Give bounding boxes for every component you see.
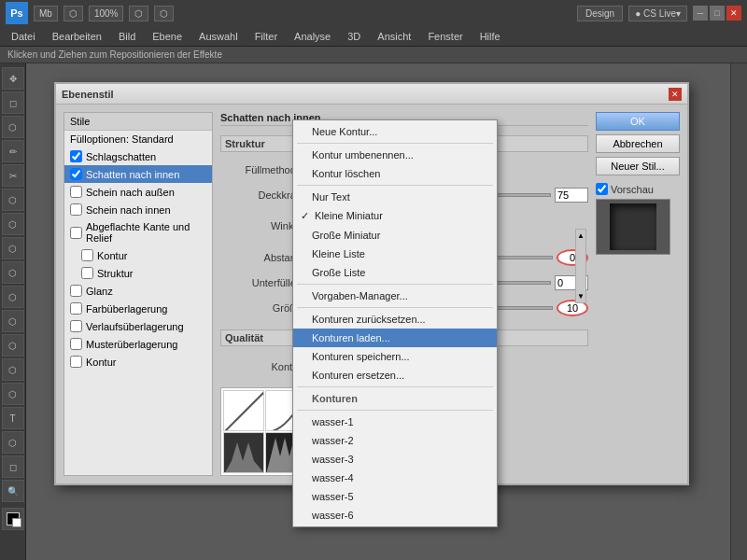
stile-schein-aussen-checkbox[interactable] (70, 186, 82, 198)
tool-type[interactable]: T (2, 407, 24, 429)
curve-scroll-up[interactable]: ▲ (577, 231, 585, 240)
stile-kontur1-checkbox[interactable] (81, 249, 93, 261)
mb-icon[interactable]: Mb (34, 6, 58, 21)
stile-kontur1-label: Kontur (97, 250, 127, 261)
app-close-button[interactable]: ✕ (726, 6, 741, 21)
tool-fg-bg[interactable] (2, 508, 24, 530)
stile-schlagschatten-checkbox[interactable] (70, 150, 82, 162)
view-icon[interactable]: ⬡ (129, 6, 148, 21)
stile-schlagschatten[interactable]: Schlagschatten (64, 147, 212, 165)
stile-schein-innen-checkbox[interactable] (70, 203, 82, 216)
menu-ansicht[interactable]: Ansicht (370, 29, 418, 44)
tool-dodge[interactable]: ⬡ (2, 358, 24, 381)
ctx-kontur-loeschen[interactable]: Kontur löschen (293, 164, 497, 183)
menu-datei[interactable]: Datei (4, 29, 43, 44)
stile-glanz-checkbox[interactable] (70, 285, 82, 297)
stile-kontur2-checkbox[interactable] (70, 356, 82, 368)
design-button[interactable]: Design (577, 6, 623, 21)
curve-scroll-down[interactable]: ▼ (577, 292, 585, 301)
stile-schein-aussen[interactable]: Schein nach außen (64, 183, 212, 201)
stile-struktur1[interactable]: Struktur (64, 264, 212, 282)
curve-thumb-1[interactable] (223, 390, 264, 431)
minimize-button[interactable]: ─ (693, 6, 708, 21)
ctx-sep-1 (297, 143, 493, 144)
vorschau-checkbox[interactable] (596, 183, 608, 195)
ctx-nur-text[interactable]: Nur Text (293, 188, 497, 206)
ctx-kleine-liste[interactable]: Kleine Liste (293, 245, 497, 263)
neuer-stil-button[interactable]: Neuer Stil... (596, 157, 680, 175)
ctx-konturen-speichern[interactable]: Konturen speichern... (293, 347, 497, 366)
ctx-wasser-4[interactable]: wasser-4 (293, 469, 497, 487)
stile-abgeflacht-checkbox[interactable] (70, 227, 82, 239)
tool-eraser[interactable]: ⬡ (2, 310, 24, 332)
tool-pen[interactable]: ⬡ (2, 383, 24, 405)
curve-thumb-5[interactable] (223, 432, 264, 473)
stile-fuelloptions[interactable]: Fülloptionen: Standard (64, 131, 212, 147)
dialog-close-button[interactable]: ✕ (669, 88, 682, 101)
tool-gradient[interactable]: ⬡ (2, 334, 24, 357)
arrange-icon[interactable]: ⬡ (154, 6, 174, 21)
stile-struktur1-checkbox[interactable] (81, 267, 93, 279)
zoom-level[interactable]: 100% (89, 6, 124, 21)
live-button[interactable]: ● CS Live▾ (628, 6, 687, 21)
tool-move[interactable]: ✥ (2, 67, 24, 90)
ctx-wasser-1[interactable]: wasser-1 (293, 413, 497, 431)
stile-kontur1[interactable]: Kontur (64, 246, 212, 264)
ctx-grosse-miniatur[interactable]: Große Miniatur (293, 226, 497, 245)
ctx-grosse-liste[interactable]: Große Liste (293, 263, 497, 282)
hint-bar: Klicken und Ziehen zum Repositionieren d… (0, 47, 747, 63)
stile-farbueberl[interactable]: Farbüberlagerung (64, 300, 212, 317)
tool-zoom[interactable]: 🔍 (2, 480, 24, 502)
ctx-wasser-3[interactable]: wasser-3 (293, 450, 497, 469)
deckkraft-input[interactable] (555, 188, 588, 203)
tool-stamp[interactable]: ⬡ (2, 261, 24, 284)
stile-musterueberl-checkbox[interactable] (70, 338, 82, 350)
tool-heal[interactable]: ⬡ (2, 213, 24, 235)
menu-bild[interactable]: Bild (111, 29, 143, 44)
abbrechen-button[interactable]: Abbrechen (596, 134, 680, 153)
tool-history[interactable]: ⬡ (2, 286, 24, 308)
stile-verlaufsueberl[interactable]: Verlaufsüberlagerung (64, 317, 212, 335)
menu-ebene[interactable]: Ebene (145, 29, 190, 44)
stile-verlaufsueberl-checkbox[interactable] (70, 320, 82, 332)
menu-analyse[interactable]: Analyse (287, 29, 338, 44)
tool-crop[interactable]: ✂ (2, 164, 24, 187)
stile-farbueberl-checkbox[interactable] (70, 302, 82, 315)
stile-schein-innen[interactable]: Schein nach innen (64, 201, 212, 218)
ctx-konturen-laden[interactable]: Konturen laden... (293, 329, 497, 347)
ctx-kleine-miniatur[interactable]: ✓ Kleine Miniatur (293, 206, 497, 226)
ctx-wasser-2[interactable]: wasser-2 (293, 431, 497, 450)
tool-shape[interactable]: ◻ (2, 455, 24, 478)
tool-brush[interactable]: ⬡ (2, 237, 24, 259)
ctx-wasser-6[interactable]: wasser-6 (293, 506, 497, 525)
tool-select[interactable]: ◻ (2, 91, 24, 114)
ctx-neue-kontur[interactable]: Neue Kontur... (293, 122, 497, 141)
camera-icon[interactable]: ⬡ (63, 6, 83, 21)
tool-eyedrop[interactable]: ⬡ (2, 189, 24, 211)
ctx-kontur-umbenennen[interactable]: Kontur umbenennen... (293, 146, 497, 164)
ctx-sep-2 (297, 185, 493, 186)
menu-fenster[interactable]: Fenster (420, 29, 470, 44)
tool-path[interactable]: ⬡ (2, 431, 24, 454)
ctx-konturen-ersetzen[interactable]: Konturen ersetzen... (293, 366, 497, 385)
ctx-konturen-zuruecksetzen[interactable]: Konturen zurücksetzen... (293, 310, 497, 329)
menu-filter[interactable]: Filter (247, 29, 285, 44)
ok-button[interactable]: OK (596, 112, 680, 131)
ps-logo: Ps (6, 2, 28, 24)
stile-musterueberl[interactable]: Musterüberlagerung (64, 335, 212, 353)
stile-schatten-innen-checkbox[interactable] (70, 168, 82, 180)
menu-auswahl[interactable]: Auswahl (191, 29, 246, 44)
ctx-wasser-5[interactable]: wasser-5 (293, 487, 497, 506)
tool-magic[interactable]: ✏ (2, 140, 24, 162)
menu-3d[interactable]: 3D (340, 29, 368, 44)
stile-kontur2[interactable]: Kontur (64, 353, 212, 371)
stile-glanz[interactable]: Glanz (64, 282, 212, 300)
stile-abgeflacht[interactable]: Abgeflachte Kante und Relief (64, 218, 212, 246)
menu-bearbeiten[interactable]: Bearbeiten (45, 29, 109, 44)
maximize-button[interactable]: □ (710, 6, 725, 21)
menu-hilfe[interactable]: Hilfe (472, 29, 508, 44)
stile-fuelloptions-label: Fülloptionen: Standard (70, 133, 174, 145)
tool-lasso[interactable]: ⬡ (2, 116, 24, 138)
stile-schatten-innen[interactable]: Schatten nach innen (64, 165, 212, 183)
ctx-vorgaben-manager[interactable]: Vorgaben-Manager... (293, 287, 497, 305)
